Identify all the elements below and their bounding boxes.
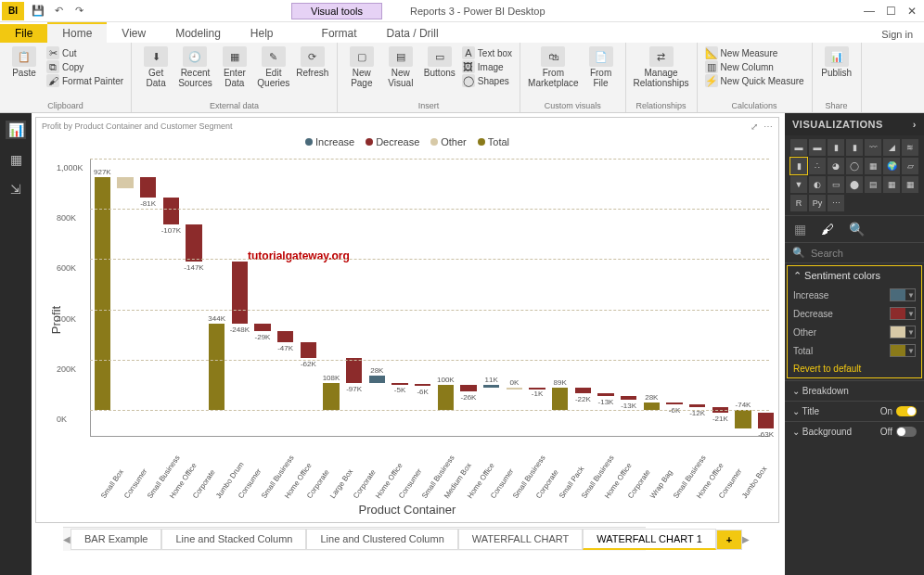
viz-map[interactable]: 🌍 [883,158,900,174]
bar-decrease[interactable] [758,413,774,428]
page-tab[interactable]: WATERFALL CHART [458,529,584,550]
bar-total[interactable] [95,177,110,410]
title-toggle[interactable] [896,406,917,416]
viz-stacked-bar[interactable]: ▬ [790,139,807,156]
data-view-icon[interactable]: ▦ [6,150,26,169]
undo-icon[interactable]: ↶ [50,3,67,19]
page-next[interactable]: ▶ [742,534,750,544]
new-page-button[interactable]: ▢New Page [345,46,379,88]
save-icon[interactable]: 💾 [30,3,46,19]
edit-queries-button[interactable]: ✎Edit Queries [257,46,290,88]
bar-decrease[interactable] [232,262,248,324]
minimize-button[interactable]: — [864,5,875,18]
viz-scatter[interactable]: ∴ [809,158,826,174]
visual-tools-tab[interactable]: Visual tools [291,3,382,19]
viz-gauge[interactable]: ◐ [809,176,826,193]
publish-button[interactable]: 📊Publish [820,46,853,78]
bar-decrease[interactable] [277,331,293,343]
bar-decrease[interactable] [186,224,201,262]
total-color-picker[interactable]: ▼ [890,344,916,357]
tab-home[interactable]: Home [47,22,107,43]
tab-help[interactable]: Help [236,24,289,43]
fields-tab-icon[interactable]: ▦ [794,222,806,236]
manage-relationships-button[interactable]: ⇄Manage Relationships [634,46,689,88]
viz-filled-map[interactable]: ▱ [902,158,918,174]
tab-file[interactable]: File [0,24,47,43]
page-tab[interactable]: Line and Clustered Column [306,529,457,550]
get-data-button[interactable]: ⬇Get Data [139,46,173,88]
search-placeholder[interactable]: Search [811,248,843,259]
refresh-button[interactable]: ⟳Refresh [296,46,329,78]
close-button[interactable]: ✕ [907,5,917,18]
increase-color-picker[interactable]: ▼ [890,288,916,301]
viz-py[interactable]: Py [809,195,826,211]
chevron-down-icon[interactable]: ⌃ [793,270,802,281]
redo-icon[interactable]: ↷ [71,3,87,19]
viz-card[interactable]: ▭ [828,176,844,193]
enter-data-button[interactable]: ▦Enter Data [218,46,251,88]
format-painter-button[interactable]: 🖌Format Painter [46,74,123,87]
viz-clustered-bar[interactable]: ▬ [809,139,826,156]
analytics-tab-icon[interactable]: 🔍 [849,222,865,236]
image-button[interactable]: 🖼Image [462,60,512,73]
focus-mode-icon[interactable]: ⤢ [751,121,758,132]
other-color-picker[interactable]: ▼ [890,326,916,339]
bar-total[interactable] [735,410,751,428]
page-prev[interactable]: ◀ [63,534,71,544]
viz-line[interactable]: 〰 [865,139,881,156]
bar-decrease[interactable] [689,404,705,407]
viz-waterfall[interactable]: ▮ [790,158,807,174]
buttons-button[interactable]: ▭Buttons [423,46,456,78]
tab-modeling[interactable]: Modeling [160,24,236,43]
format-tab-icon[interactable]: 🖌 [821,222,834,236]
viz-kpi[interactable]: ⬤ [846,176,863,193]
from-marketplace-button[interactable]: 🛍From Marketplace [528,46,578,88]
bar-total[interactable] [438,385,454,410]
tab-view[interactable]: View [107,24,160,43]
bar-decrease[interactable] [301,342,316,358]
from-file-button[interactable]: 📄From File [584,46,618,88]
add-page-button[interactable]: + [716,530,742,550]
report-view-icon[interactable]: 📊 [6,121,26,139]
more-options-icon[interactable]: ⋯ [764,121,773,132]
viz-donut[interactable]: ◯ [846,158,863,174]
bar-increase[interactable] [369,376,385,383]
viz-area[interactable]: ◢ [883,139,900,156]
bar-decrease[interactable] [415,384,430,386]
bar-decrease[interactable] [666,402,682,404]
decrease-color-picker[interactable]: ▼ [890,307,916,320]
page-tab[interactable]: BAR Example [71,529,161,550]
bar-decrease[interactable] [254,324,270,331]
bar-other[interactable] [507,388,522,390]
bar-increase[interactable] [483,385,499,388]
bar-decrease[interactable] [163,198,179,224]
bar-total[interactable] [209,324,225,410]
maximize-button[interactable]: ☐ [886,5,896,18]
copy-button[interactable]: ⧉Copy [46,60,123,73]
new-measure-button[interactable]: 📐New Measure [705,46,804,59]
viz-more[interactable]: ⋯ [828,195,844,211]
tab-data-drill[interactable]: Data / Drill [372,24,454,43]
viz-pie[interactable]: ◕ [828,158,844,174]
viz-ribbon[interactable]: ≋ [902,139,918,156]
text-box-button[interactable]: AText box [462,46,512,59]
viz-stacked-column[interactable]: ▮ [828,139,844,156]
paste-button[interactable]: 📋Paste [7,46,41,78]
viz-funnel[interactable]: ▼ [790,176,807,193]
viz-treemap[interactable]: ▦ [865,158,881,174]
page-tab[interactable]: Line and Stacked Column [161,529,306,550]
viz-slicer[interactable]: ▤ [865,176,881,193]
bar-decrease[interactable] [140,177,156,198]
bar-total[interactable] [644,402,660,410]
viz-table[interactable]: ▦ [883,176,900,193]
bar-decrease[interactable] [346,358,362,382]
waterfall-chart-visual[interactable]: Profit by Product Container and Customer… [35,117,779,523]
bar-decrease[interactable] [391,383,407,385]
new-quick-measure-button[interactable]: ⚡New Quick Measure [705,74,804,87]
sign-in-link[interactable]: Sign in [870,26,924,43]
bar-other[interactable] [117,177,133,189]
new-column-button[interactable]: ▥New Column [705,60,804,73]
bar-total[interactable] [552,388,568,410]
cut-button[interactable]: ✂Cut [46,46,123,59]
background-toggle[interactable] [896,427,917,437]
